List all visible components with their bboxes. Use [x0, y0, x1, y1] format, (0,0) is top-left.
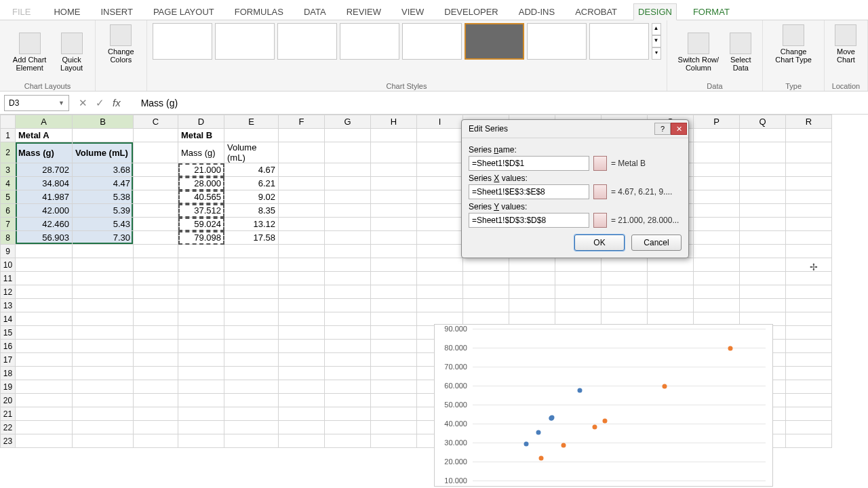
cell[interactable] [134, 340, 178, 353]
chart-style-8[interactable] [589, 23, 649, 60]
cell[interactable] [740, 231, 786, 245]
cell[interactable] [740, 285, 786, 299]
cell[interactable] [786, 394, 832, 407]
tab-data[interactable]: DATA [300, 4, 330, 20]
cell[interactable] [224, 326, 279, 340]
row-header[interactable]: 16 [1, 340, 16, 353]
cell[interactable] [417, 177, 463, 190]
cell[interactable] [73, 245, 134, 258]
cell[interactable] [509, 258, 555, 272]
cell[interactable] [134, 367, 178, 380]
chart-style-3[interactable] [277, 23, 337, 60]
column-header[interactable]: P [694, 115, 740, 129]
cell[interactable] [134, 218, 178, 231]
cell[interactable] [73, 312, 134, 326]
cell[interactable] [279, 245, 325, 258]
cell[interactable] [417, 299, 463, 312]
cell[interactable] [740, 245, 786, 258]
cell[interactable] [178, 340, 224, 353]
row-header[interactable]: 8 [1, 231, 16, 245]
cell[interactable] [224, 394, 279, 407]
cell[interactable] [16, 326, 73, 340]
cell[interactable] [325, 299, 371, 312]
cell[interactable] [371, 299, 417, 312]
cell[interactable] [509, 285, 555, 299]
cell[interactable] [371, 245, 417, 258]
cell[interactable] [279, 353, 325, 367]
cell[interactable] [73, 340, 134, 353]
row-header[interactable]: 19 [1, 380, 16, 394]
cell[interactable] [740, 258, 786, 272]
cell[interactable] [134, 299, 178, 312]
range-selector-button[interactable] [593, 184, 607, 199]
cell[interactable] [178, 380, 224, 394]
cell[interactable] [371, 353, 417, 367]
cell[interactable] [16, 367, 73, 380]
cell[interactable] [694, 163, 740, 177]
cell[interactable] [325, 434, 371, 448]
cell[interactable] [16, 407, 73, 421]
cell[interactable] [740, 204, 786, 218]
chart-point[interactable] [593, 424, 597, 429]
cell[interactable] [555, 285, 601, 299]
cell[interactable] [694, 272, 740, 285]
chart-style-5[interactable] [402, 23, 462, 60]
cell[interactable] [325, 129, 371, 142]
embedded-chart[interactable]: 90.00080.00070.00060.00050.00040.00030.0… [434, 324, 773, 487]
cell[interactable] [601, 285, 648, 299]
cell[interactable] [417, 190, 463, 204]
cell[interactable] [178, 299, 224, 312]
cell[interactable] [178, 272, 224, 285]
chart-style-6[interactable] [465, 23, 524, 60]
cell[interactable] [786, 177, 832, 190]
tab-insert[interactable]: INSERT [96, 4, 136, 20]
cell[interactable] [325, 190, 371, 204]
cell[interactable] [16, 340, 73, 353]
row-header[interactable]: 1 [1, 129, 16, 142]
cell[interactable] [786, 326, 832, 340]
cell[interactable] [134, 312, 178, 326]
cell[interactable] [786, 285, 832, 299]
cell[interactable] [134, 231, 178, 245]
cell[interactable]: Mass (g) [178, 142, 224, 163]
cell[interactable] [16, 312, 73, 326]
chart-point[interactable] [524, 441, 529, 446]
cell[interactable] [279, 231, 325, 245]
cell[interactable] [371, 218, 417, 231]
cell[interactable] [786, 353, 832, 367]
cell[interactable] [371, 204, 417, 218]
cell[interactable] [134, 142, 178, 163]
row-header[interactable]: 23 [1, 434, 16, 448]
row-header[interactable]: 22 [1, 421, 16, 434]
cell[interactable] [740, 177, 786, 190]
cell[interactable] [224, 407, 279, 421]
cell[interactable] [694, 204, 740, 218]
cell[interactable] [786, 204, 832, 218]
cell[interactable] [178, 312, 224, 326]
chart-point[interactable] [550, 415, 555, 420]
gallery-up-icon[interactable]: ▲ [652, 23, 661, 35]
cell[interactable] [325, 407, 371, 421]
row-header[interactable]: 13 [1, 299, 16, 312]
cell[interactable] [16, 245, 73, 258]
chart-style-7[interactable] [527, 23, 587, 60]
cell[interactable] [224, 421, 279, 434]
cell[interactable]: 9.02 [224, 190, 279, 204]
cell[interactable] [371, 394, 417, 407]
chart-point[interactable] [728, 346, 732, 350]
cell[interactable]: 5.43 [73, 218, 134, 231]
chart-point[interactable] [538, 456, 543, 461]
cell[interactable] [279, 272, 325, 285]
cell[interactable] [740, 129, 786, 142]
cell[interactable] [371, 407, 417, 421]
cell[interactable] [134, 204, 178, 218]
cell[interactable] [279, 380, 325, 394]
change-chart-type-button[interactable]: Change Chart Type [768, 23, 818, 65]
cell[interactable] [279, 163, 325, 177]
cell[interactable] [73, 394, 134, 407]
cell[interactable] [178, 326, 224, 340]
cell[interactable] [694, 299, 740, 312]
cell[interactable]: 21.000 [178, 163, 224, 177]
cell[interactable] [134, 245, 178, 258]
cell[interactable] [134, 434, 178, 448]
